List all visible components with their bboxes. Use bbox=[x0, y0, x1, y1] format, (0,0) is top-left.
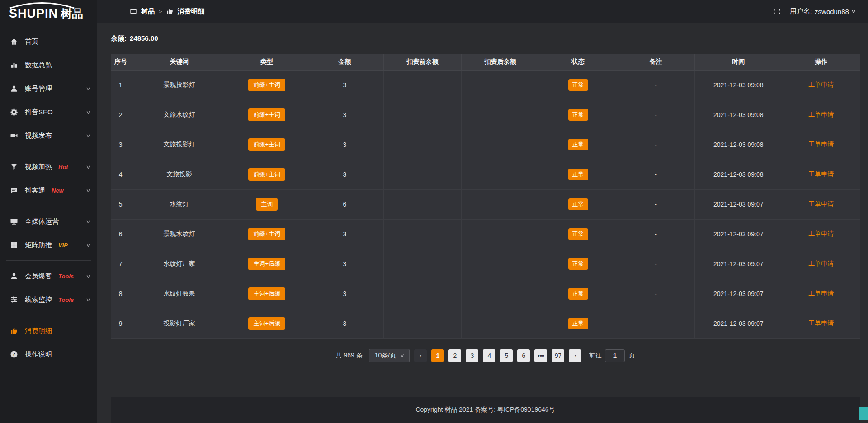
type-badge: 前缀+主词 bbox=[248, 228, 285, 240]
ticket-request-link[interactable]: 工单申请 bbox=[808, 290, 834, 297]
sidebar-item-8[interactable]: 全媒体运营 ∨ bbox=[0, 210, 97, 233]
cell-pre-balance bbox=[383, 309, 461, 338]
question-icon: ? bbox=[10, 350, 18, 358]
breadcrumb-root[interactable]: 树品 bbox=[141, 7, 155, 16]
sidebar-item-label: 数据总览 bbox=[25, 61, 52, 70]
fullscreen-icon[interactable] bbox=[773, 8, 781, 15]
page-button-97[interactable]: 97 bbox=[552, 349, 564, 362]
page-button-3[interactable]: 3 bbox=[466, 349, 478, 362]
sidebar: SHUPIN树品 首页 数据总览 账号管理 ∨ 抖音SEO ∨ 视频发布 ∨ 视… bbox=[0, 0, 97, 423]
sidebar-item-label: 账号管理 bbox=[25, 85, 52, 93]
page-button-5[interactable]: 5 bbox=[500, 349, 513, 362]
sidebar-item-12[interactable]: 消费明细 bbox=[0, 319, 97, 343]
cell-remark: - bbox=[617, 100, 695, 130]
sidebar-item-13[interactable]: ? 操作说明 bbox=[0, 343, 97, 366]
cell-index: 4 bbox=[111, 160, 131, 189]
cell-remark: - bbox=[617, 219, 695, 249]
ticket-request-link[interactable]: 工单申请 bbox=[808, 111, 834, 118]
cell-amount: 3 bbox=[306, 249, 383, 279]
chevron-down-icon: ∨ bbox=[85, 242, 90, 248]
cell-keyword: 文旅投影 bbox=[131, 160, 228, 189]
table-row: 6 景观水纹灯 前缀+主词 3 正常 - 2021-12-03 09:07 工单… bbox=[111, 219, 860, 249]
goto-page-input[interactable] bbox=[605, 349, 625, 362]
type-badge: 主词 bbox=[256, 198, 278, 211]
cell-status: 正常 bbox=[539, 160, 617, 189]
page-button-4[interactable]: 4 bbox=[483, 349, 495, 362]
cell-keyword: 景观投影灯 bbox=[131, 70, 228, 100]
ticket-request-link[interactable]: 工单申请 bbox=[808, 320, 834, 327]
cell-post-balance bbox=[461, 309, 539, 338]
chevron-down-icon: ∨ bbox=[85, 109, 90, 115]
table-row: 9 投影灯厂家 主词+后缀 3 正常 - 2021-12-03 09:07 工单… bbox=[111, 309, 860, 338]
cell-amount: 6 bbox=[306, 189, 383, 219]
cell-action: 工单申请 bbox=[782, 70, 860, 100]
cell-remark: - bbox=[617, 70, 695, 100]
page-button-2[interactable]: 2 bbox=[448, 349, 461, 362]
sliders-icon bbox=[10, 296, 18, 304]
cell-amount: 3 bbox=[306, 130, 383, 160]
page-button-6[interactable]: 6 bbox=[517, 349, 530, 362]
cell-post-balance bbox=[461, 130, 539, 160]
sidebar-item-10[interactable]: 会员爆客 Tools ∨ bbox=[0, 264, 97, 288]
cell-pre-balance bbox=[383, 249, 461, 279]
status-badge: 正常 bbox=[568, 109, 588, 121]
cell-amount: 3 bbox=[306, 100, 383, 130]
cell-status: 正常 bbox=[539, 279, 617, 309]
sidebar-item-label: 消费明细 bbox=[25, 327, 52, 335]
ticket-request-link[interactable]: 工单申请 bbox=[808, 170, 834, 178]
cell-type: 前缀+主词 bbox=[228, 160, 306, 189]
cell-keyword: 文旅水纹灯 bbox=[131, 100, 228, 130]
sidebar-item-9[interactable]: 矩阵助推 VIP ∨ bbox=[0, 233, 97, 257]
cell-type: 前缀+主词 bbox=[228, 219, 306, 249]
cell-type: 前缀+主词 bbox=[228, 100, 306, 130]
status-badge: 正常 bbox=[568, 79, 588, 91]
monitor-icon bbox=[10, 217, 18, 226]
sidebar-item-11[interactable]: 线索监控 Tools ∨ bbox=[0, 288, 97, 311]
cell-post-balance bbox=[461, 279, 539, 309]
page-ellipsis-button[interactable]: ••• bbox=[534, 349, 547, 362]
logo-text-cn: 树品 bbox=[61, 7, 83, 20]
sidebar-item-4[interactable]: 抖音SEO ∨ bbox=[0, 100, 97, 124]
cell-type: 前缀+主词 bbox=[228, 130, 306, 160]
consume-icon bbox=[166, 8, 174, 15]
cell-time: 2021-12-03 09:07 bbox=[695, 249, 782, 279]
cell-status: 正常 bbox=[539, 70, 617, 100]
video-camera-icon bbox=[10, 132, 18, 140]
ticket-request-link[interactable]: 工单申请 bbox=[808, 81, 834, 88]
page-size-select[interactable]: 10条/页 ∨ bbox=[369, 349, 410, 362]
pagination: 共 969 条 10条/页 ∨ ‹ 123456•••97 › 前往 页 bbox=[111, 349, 860, 362]
logo-arc bbox=[8, 2, 76, 9]
sidebar-item-6[interactable]: 视频加热 Hot ∨ bbox=[0, 155, 97, 179]
table-row: 7 水纹灯厂家 主词+后缀 3 正常 - 2021-12-03 09:07 工单… bbox=[111, 249, 860, 279]
next-page-button[interactable]: › bbox=[569, 349, 581, 362]
bar-chart-icon bbox=[10, 61, 18, 69]
goto-label: 前往 bbox=[589, 352, 601, 360]
sidebar-divider bbox=[6, 315, 91, 315]
cell-post-balance bbox=[461, 219, 539, 249]
sidebar-item-7[interactable]: 抖客通 New ∨ bbox=[0, 179, 97, 202]
ticket-request-link[interactable]: 工单申请 bbox=[808, 230, 834, 237]
sidebar-item-2[interactable]: 数据总览 bbox=[0, 53, 97, 77]
cell-type: 主词 bbox=[228, 189, 306, 219]
column-header: 关键词 bbox=[131, 54, 228, 70]
cell-index: 8 bbox=[111, 279, 131, 309]
sidebar-divider bbox=[6, 260, 91, 261]
chat-bubble-icon bbox=[10, 186, 18, 194]
column-header: 序号 bbox=[111, 54, 131, 70]
page-button-1[interactable]: 1 bbox=[431, 349, 444, 362]
app-logo[interactable]: SHUPIN树品 bbox=[0, 0, 97, 25]
sidebar-item-5[interactable]: 视频发布 ∨ bbox=[0, 124, 97, 147]
prev-page-button[interactable]: ‹ bbox=[414, 349, 427, 362]
cell-post-balance bbox=[461, 70, 539, 100]
ticket-request-link[interactable]: 工单申请 bbox=[808, 260, 834, 267]
ticket-request-link[interactable]: 工单申请 bbox=[808, 200, 834, 207]
page-buttons: 123456•••97 bbox=[431, 349, 564, 362]
floating-widget[interactable] bbox=[859, 407, 868, 420]
sidebar-item-1[interactable]: 首页 bbox=[0, 30, 97, 53]
ticket-request-link[interactable]: 工单申请 bbox=[808, 141, 834, 148]
table-row: 1 景观投影灯 前缀+主词 3 正常 - 2021-12-03 09:08 工单… bbox=[111, 70, 860, 100]
user-menu[interactable]: 用户名: zswodun88 ∨ bbox=[790, 7, 855, 16]
sidebar-item-3[interactable]: 账号管理 ∨ bbox=[0, 77, 97, 100]
status-badge: 正常 bbox=[568, 228, 588, 240]
chevron-down-icon: ∨ bbox=[851, 9, 856, 14]
